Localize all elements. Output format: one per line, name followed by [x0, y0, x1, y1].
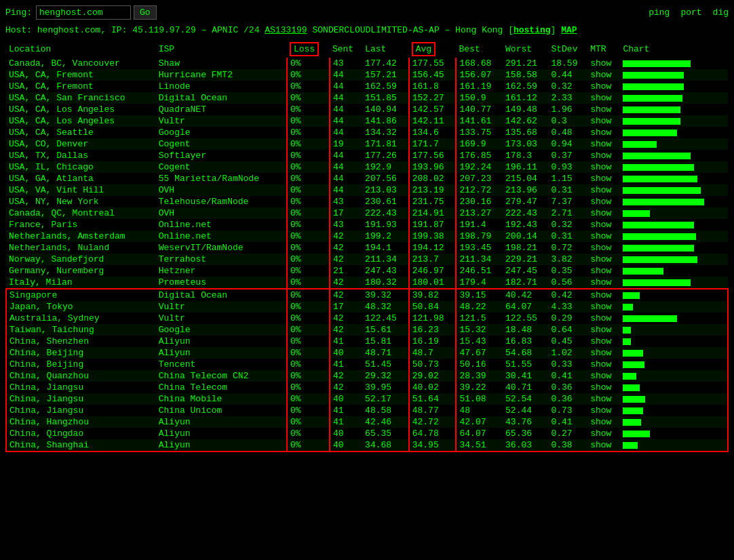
cell-mtr[interactable]: show — [587, 127, 620, 138]
cell-mtr[interactable]: show — [587, 219, 620, 231]
cell-mtr[interactable]: show — [587, 69, 620, 81]
hosting-link[interactable]: hosting — [514, 25, 551, 35]
cell-mtr[interactable]: show — [587, 359, 620, 370]
cell-worst: 162.59 — [503, 81, 548, 92]
mtr-show-link[interactable]: show — [590, 405, 611, 416]
mtr-show-link[interactable]: show — [590, 127, 611, 138]
mtr-show-link[interactable]: show — [590, 254, 611, 264]
mtr-show-link[interactable]: show — [590, 58, 611, 68]
mtr-show-link[interactable]: show — [590, 313, 611, 323]
mtr-show-link[interactable]: show — [590, 231, 611, 241]
mtr-show-link[interactable]: show — [590, 139, 611, 149]
cell-location: China, Hangzhou — [6, 416, 156, 428]
cell-mtr[interactable]: show — [587, 196, 620, 207]
map-link[interactable]: MAP — [561, 25, 577, 35]
cell-stdev: 3.82 — [548, 254, 587, 265]
cell-mtr[interactable]: show — [587, 58, 620, 69]
mtr-show-link[interactable]: show — [590, 116, 611, 126]
cell-last: 162.59 — [362, 81, 409, 92]
cell-mtr[interactable]: show — [587, 92, 620, 104]
cell-mtr[interactable]: show — [587, 161, 620, 173]
mtr-show-link[interactable]: show — [590, 151, 611, 161]
mtr-show-link[interactable]: show — [590, 382, 611, 393]
cell-mtr[interactable]: show — [587, 115, 620, 127]
cell-isp: Hetzner — [156, 265, 287, 277]
cell-mtr[interactable]: show — [587, 265, 620, 277]
mtr-show-link[interactable]: show — [590, 336, 611, 346]
cell-mtr[interactable]: show — [587, 313, 620, 324]
mtr-show-link[interactable]: show — [590, 93, 611, 103]
cell-mtr[interactable]: show — [587, 138, 620, 150]
cell-worst: 40.71 — [503, 382, 548, 393]
cell-sent: 21 — [330, 265, 362, 277]
dig-link[interactable]: dig — [713, 7, 729, 18]
port-link[interactable]: port — [680, 7, 701, 18]
mtr-show-link[interactable]: show — [590, 208, 611, 218]
mtr-show-link[interactable]: show — [590, 220, 611, 230]
cell-loss: 0% — [287, 231, 330, 242]
mtr-show-link[interactable]: show — [590, 371, 611, 381]
go-button[interactable]: Go — [134, 5, 157, 20]
table-row: China, Beijing Aliyun 0% 40 48.71 48.7 4… — [6, 347, 728, 359]
mtr-show-link[interactable]: show — [590, 417, 611, 427]
mtr-show-link[interactable]: show — [590, 302, 611, 312]
col-sent: Sent — [330, 41, 362, 58]
cell-location: China, Shanghai — [6, 439, 156, 452]
cell-best: 161.19 — [456, 81, 503, 92]
mtr-show-link[interactable]: show — [590, 104, 611, 115]
cell-sent: 44 — [330, 81, 362, 92]
mtr-show-link[interactable]: show — [590, 185, 611, 195]
cell-last: 192.9 — [362, 161, 409, 173]
cell-mtr[interactable]: show — [587, 347, 620, 359]
cell-mtr[interactable]: show — [587, 254, 620, 265]
as-link[interactable]: AS133199 — [265, 25, 307, 35]
cell-stdev: 0.3 — [548, 115, 587, 127]
cell-location: China, Quanzhou — [6, 370, 156, 382]
cell-mtr[interactable]: show — [587, 382, 620, 393]
cell-mtr[interactable]: show — [587, 336, 620, 347]
cell-stdev: 0.48 — [548, 127, 587, 138]
mtr-show-link[interactable]: show — [590, 197, 611, 207]
cell-mtr[interactable]: show — [587, 428, 620, 439]
cell-loss: 0% — [287, 428, 330, 439]
cell-mtr[interactable]: show — [587, 184, 620, 196]
mtr-show-link[interactable]: show — [590, 162, 611, 172]
cell-mtr[interactable]: show — [587, 207, 620, 219]
cell-mtr[interactable]: show — [587, 231, 620, 242]
mtr-show-link[interactable]: show — [590, 290, 611, 300]
cell-mtr[interactable]: show — [587, 301, 620, 313]
cell-last: 122.45 — [362, 313, 409, 324]
mtr-show-link[interactable]: show — [590, 394, 611, 404]
cell-mtr[interactable]: show — [587, 104, 620, 115]
mtr-show-link[interactable]: show — [590, 70, 611, 80]
ping-input[interactable] — [36, 5, 131, 20]
cell-isp: China Unicom — [156, 405, 287, 416]
cell-mtr[interactable]: show — [587, 393, 620, 405]
cell-mtr[interactable]: show — [587, 370, 620, 382]
cell-mtr[interactable]: show — [587, 289, 620, 301]
mtr-show-link[interactable]: show — [590, 428, 611, 439]
mtr-show-link[interactable]: show — [590, 348, 611, 358]
mtr-show-link[interactable]: show — [590, 174, 611, 184]
mtr-show-link[interactable]: show — [590, 243, 611, 253]
cell-sent: 42 — [330, 370, 362, 382]
cell-isp: Vultr — [156, 115, 287, 127]
cell-mtr[interactable]: show — [587, 439, 620, 452]
mtr-show-link[interactable]: show — [590, 325, 611, 335]
cell-mtr[interactable]: show — [587, 277, 620, 289]
cell-avg: 171.7 — [409, 138, 457, 150]
cell-mtr[interactable]: show — [587, 150, 620, 161]
cell-mtr[interactable]: show — [587, 416, 620, 428]
cell-mtr[interactable]: show — [587, 81, 620, 92]
cell-mtr[interactable]: show — [587, 242, 620, 254]
cell-mtr[interactable]: show — [587, 405, 620, 416]
table-row: Italy, Milan Prometeus 0% 42 180.32 180.… — [6, 277, 728, 289]
mtr-show-link[interactable]: show — [590, 440, 611, 450]
mtr-show-link[interactable]: show — [590, 359, 611, 369]
ping-link[interactable]: ping — [649, 7, 670, 18]
cell-mtr[interactable]: show — [587, 324, 620, 336]
mtr-show-link[interactable]: show — [590, 266, 611, 276]
cell-mtr[interactable]: show — [587, 173, 620, 184]
mtr-show-link[interactable]: show — [590, 81, 611, 92]
mtr-show-link[interactable]: show — [590, 277, 611, 287]
